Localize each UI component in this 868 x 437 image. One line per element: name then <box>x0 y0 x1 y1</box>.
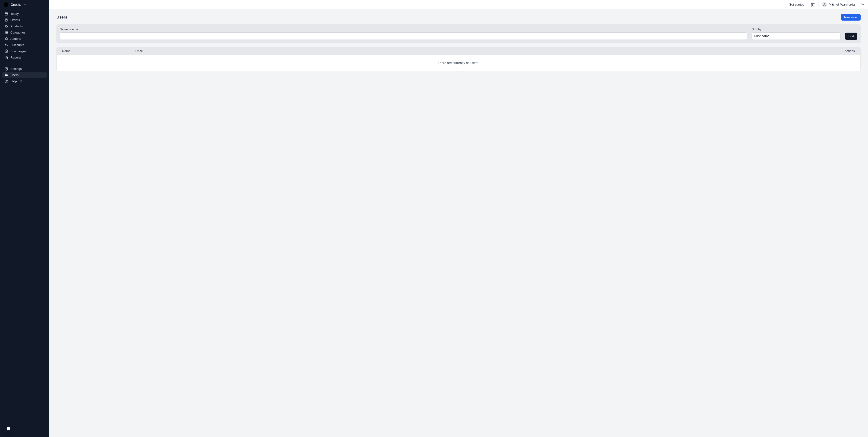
sidebar-item-orders[interactable]: Orders <box>2 17 47 23</box>
help-icon <box>5 80 8 83</box>
sidebar-item-users[interactable]: Users <box>2 72 47 78</box>
name-or-email-field: Name or email <box>60 28 747 40</box>
org-name: Onesix <box>11 3 21 6</box>
org-switcher[interactable]: Onesix <box>0 0 49 9</box>
user-avatar <box>822 2 827 7</box>
sidebar-item-today[interactable]: Today <box>2 11 47 17</box>
svg-point-7 <box>5 25 6 26</box>
calendar-icon <box>5 12 8 15</box>
svg-point-11 <box>5 31 5 32</box>
table-header-row: Name Email Actions <box>57 47 860 55</box>
get-started-link[interactable]: Get started <box>789 3 804 6</box>
svg-point-16 <box>5 44 6 44</box>
sidebar-item-settings[interactable]: Settings <box>2 66 47 72</box>
sidebar-item-label: Settings <box>10 67 22 70</box>
users-table: Name Email Actions There are currently n… <box>56 47 861 71</box>
tag-icon <box>5 25 8 28</box>
sidebar-item-label: Users <box>10 73 19 77</box>
external-link-icon <box>20 80 22 83</box>
sidebar-item-label: Products <box>10 25 23 28</box>
sort-by-field: Sort by First name <box>752 28 840 40</box>
svg-point-21 <box>6 68 7 69</box>
file-icon <box>5 56 8 59</box>
user-icon <box>823 3 826 6</box>
column-header-actions: Actions <box>832 49 855 53</box>
divider <box>808 2 808 7</box>
svg-point-13 <box>5 33 5 34</box>
new-user-button[interactable]: New user <box>841 14 861 21</box>
box-icon <box>5 37 8 40</box>
gear-icon <box>5 50 8 53</box>
sidebar-item-label: Surcharges <box>10 50 26 53</box>
map-icon[interactable] <box>811 3 815 7</box>
sidebar-item-label: Today <box>10 12 19 15</box>
main: Get started Mitchell Warmerdam Users New… <box>49 0 868 437</box>
sidebar-item-help[interactable]: Help <box>2 78 47 84</box>
sort-button[interactable]: Sort <box>845 33 857 40</box>
page-header: Users New user <box>56 14 861 21</box>
sidebar-item-products[interactable]: Products <box>2 23 47 29</box>
logout-icon[interactable] <box>861 3 864 6</box>
svg-line-15 <box>5 44 7 46</box>
chat-icon <box>6 427 10 431</box>
divider <box>818 2 819 7</box>
empty-state: There are currently no users. <box>57 55 860 71</box>
sidebar-item-label: Discounts <box>10 43 24 47</box>
name-or-email-input[interactable] <box>60 32 747 40</box>
sidebar-item-reports[interactable]: Reports <box>2 54 47 61</box>
sidebar-item-label: Help <box>10 80 17 83</box>
nav-primary: Today Orders Products Categories Addons … <box>0 9 49 62</box>
sidebar-item-label: Reports <box>10 56 21 59</box>
org-avatar <box>4 2 8 7</box>
content: Users New user Name or email Sort by Fir… <box>49 9 868 437</box>
sidebar-item-addons[interactable]: Addons <box>2 36 47 42</box>
sidebar-item-categories[interactable]: Categories <box>2 29 47 36</box>
user-menu[interactable]: Mitchell Warmerdam <box>822 2 857 7</box>
sidebar: Onesix Today Orders Products Categories <box>0 0 49 437</box>
svg-marker-26 <box>811 3 815 6</box>
sort-by-select[interactable]: First name <box>752 32 840 40</box>
svg-point-22 <box>5 74 6 75</box>
svg-point-18 <box>6 51 7 52</box>
name-or-email-label: Name or email <box>60 28 747 31</box>
column-header-email: Email <box>135 49 832 53</box>
nav-secondary: Settings Users Help <box>0 64 49 86</box>
chat-launcher[interactable] <box>4 424 13 433</box>
user-name: Mitchell Warmerdam <box>829 3 857 6</box>
svg-point-29 <box>824 3 825 4</box>
percent-icon <box>5 43 8 47</box>
sidebar-item-label: Addons <box>10 37 21 40</box>
sidebar-item-surcharges[interactable]: Surcharges <box>2 48 47 54</box>
clipboard-icon <box>5 18 8 22</box>
chevron-down-icon <box>23 3 26 6</box>
settings-icon <box>5 67 8 70</box>
svg-point-17 <box>7 45 7 46</box>
sort-by-label: Sort by <box>752 28 840 31</box>
sidebar-item-label: Orders <box>10 18 20 22</box>
svg-point-12 <box>5 32 5 33</box>
sidebar-item-label: Categories <box>10 31 25 34</box>
page-title: Users <box>56 15 67 20</box>
filter-panel: Name or email Sort by First name Sort <box>56 24 861 43</box>
list-icon <box>5 31 8 34</box>
users-icon <box>5 73 8 77</box>
sidebar-item-discounts[interactable]: Discounts <box>2 42 47 48</box>
svg-rect-0 <box>5 13 8 15</box>
svg-line-25 <box>21 80 22 82</box>
topbar: Get started Mitchell Warmerdam <box>49 0 868 9</box>
column-header-name: Name <box>62 49 135 53</box>
